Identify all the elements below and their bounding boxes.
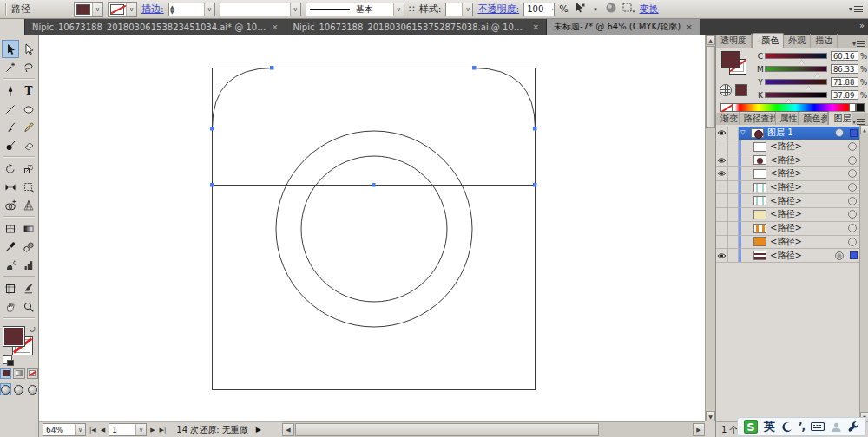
opacity-field[interactable]: 100 › [523,3,555,16]
ime-language-toggle[interactable]: 英 [764,419,775,434]
tool-pencil-icon[interactable] [20,118,37,136]
ime-keyboard-icon[interactable] [811,421,825,432]
path-row-main[interactable]: <路径> [741,167,859,180]
path-target-icon[interactable] [835,251,844,260]
black-swatch[interactable] [856,103,865,112]
channel-slider-C[interactable] [765,53,827,59]
artboard-dropdown-icon[interactable]: ∨ [135,424,146,435]
web-colors-icon[interactable] [720,84,732,96]
draw-behind-button[interactable] [13,383,24,395]
path-visibility-eye-icon[interactable] [716,140,728,153]
path-name[interactable]: <路径> [770,236,845,248]
color-group-tab-2[interactable]: ◦颜色 [752,33,784,48]
path-visibility-eye-icon[interactable] [716,153,728,166]
inner-circle-path[interactable] [301,156,447,302]
channel-slider-M[interactable] [765,66,827,72]
tool-line-segment-icon[interactable] [2,100,19,118]
variable-width-profile-select[interactable]: ∨ [220,3,301,16]
tool-symbol-sprayer-icon[interactable] [2,256,19,274]
tool-paintbrush-icon[interactable] [2,118,19,136]
vscroll-thumb[interactable] [706,46,715,128]
path-lock-cell[interactable] [728,236,739,249]
tool-ellipse-icon[interactable] [20,100,37,118]
layers-group-tab-2[interactable]: 路径查找 [740,112,776,126]
path-target-icon[interactable] [848,169,857,178]
path-row-7[interactable]: <路径> [716,222,859,236]
brush-options-icon[interactable]: ∷ [409,3,415,15]
layer-row-header[interactable]: ▽图层 1 [716,127,859,140]
layer-row-main[interactable]: ▽图层 1 [739,127,859,140]
opacity-panel-link[interactable]: 不透明度: [477,3,519,16]
path-name[interactable]: <路径> [770,154,845,166]
channel-slider-Y[interactable] [765,79,827,85]
path-name[interactable]: <路径> [770,222,845,234]
close-tab-icon[interactable]: × [272,23,279,31]
tool-type-icon[interactable]: T [20,82,37,100]
path-target-icon[interactable] [848,238,857,246]
scroll-right-icon[interactable]: ▶ [693,423,705,436]
ime-punctuation-toggle[interactable]: ’, [799,421,805,433]
first-artboard-icon[interactable]: |◀ [89,427,97,434]
path-row-main[interactable]: <路径> [741,140,859,153]
path-lock-cell[interactable] [728,167,739,180]
recolor-artwork-icon[interactable] [605,2,617,16]
fill-proxy-swatch[interactable] [3,326,25,347]
layers-group-tab-5[interactable]: 图层 [828,111,852,126]
tool-lasso-icon[interactable] [20,58,37,76]
tool-artboard-icon[interactable] [2,279,19,297]
tool-slice-icon[interactable] [20,279,37,297]
tool-scale-icon[interactable] [20,160,37,178]
collapse-panels-icon[interactable]: ›› [859,21,863,30]
doc-tab-1[interactable]: Nipic_10673188_20180306153823451034.ai* … [25,19,286,35]
none-color-swatch[interactable] [720,103,733,112]
tool-eraser-icon[interactable] [20,136,37,154]
channel-value-field[interactable]: 71.88 [831,77,858,87]
artboard-nav-combo[interactable]: 1 ∨ [108,423,147,436]
path-row-5[interactable]: <路径> [716,194,859,208]
path-visibility-eye-icon[interactable] [716,249,728,262]
path-row-main[interactable]: <路径> [741,153,859,166]
stroke-color-swatch[interactable] [110,4,124,15]
tool-blend-icon[interactable] [20,238,37,256]
last-artboard-icon[interactable]: ▶| [159,427,168,434]
select-similar-dropdown-icon[interactable]: ▾ [591,3,601,16]
path-target-icon[interactable] [848,210,857,218]
channel-slider-K[interactable] [765,92,827,98]
path-row-main[interactable]: <路径> [741,181,859,194]
path-visibility-eye-icon[interactable] [716,194,728,207]
color-group-tab-4[interactable]: 描边 [811,34,838,48]
ime-fullhalf-moon-icon[interactable] [781,421,792,433]
stroke-panel-link[interactable]: 描边: [141,3,164,16]
layer-visibility-eye-icon[interactable] [716,127,728,140]
doc-tab-3[interactable]: 未标题-7* @ 64% (CMYK/轮廓)× [547,19,700,35]
anchor-point[interactable] [472,66,477,70]
path-row-4[interactable]: <路径> [716,181,859,195]
tool-direct-selection-icon[interactable] [20,40,37,58]
canvas-vertical-scrollbar[interactable]: ▲ ▼ [705,35,715,421]
anchor-point[interactable] [210,183,214,187]
ime-settings-wrench-icon[interactable] [848,421,859,433]
rounded-top-path[interactable] [213,68,536,186]
control-panel-menu-icon[interactable]: ▾ [849,5,863,13]
layers-group-tab-3[interactable]: 属性 [776,112,799,126]
stroke-color-dropdown-icon[interactable]: ∨ [126,3,136,16]
path-visibility-eye-icon[interactable] [716,236,728,249]
tool-shape-builder-icon[interactable] [2,196,19,214]
doc-tab-2[interactable]: Nipic_10673188_20180306153752875038.ai @… [286,19,548,35]
path-row-3[interactable]: <路径> [716,167,859,181]
paint-none-button[interactable] [27,368,38,379]
channel-value-field[interactable]: 86.33 [831,64,858,74]
canvas-horizontal-scrollbar[interactable]: ◀ ▶ [282,421,705,437]
layers-scrollbar[interactable]: ▲ ▼ [859,125,868,421]
tool-pen-icon[interactable] [2,82,19,100]
path-visibility-eye-icon[interactable] [716,222,728,235]
path-visibility-eye-icon[interactable] [716,167,728,180]
fill-stroke-proxy[interactable]: ⤾ [3,326,36,362]
draw-normal-button[interactable] [0,383,11,395]
tool-eyedropper-icon[interactable] [2,238,19,256]
path-row-9[interactable]: <路径> [716,249,859,263]
close-tab-icon[interactable]: × [686,23,693,31]
path-row-main[interactable]: <路径> [741,249,859,262]
tool-mesh-icon[interactable] [2,219,19,238]
path-row-8[interactable]: <路径> [716,236,859,250]
